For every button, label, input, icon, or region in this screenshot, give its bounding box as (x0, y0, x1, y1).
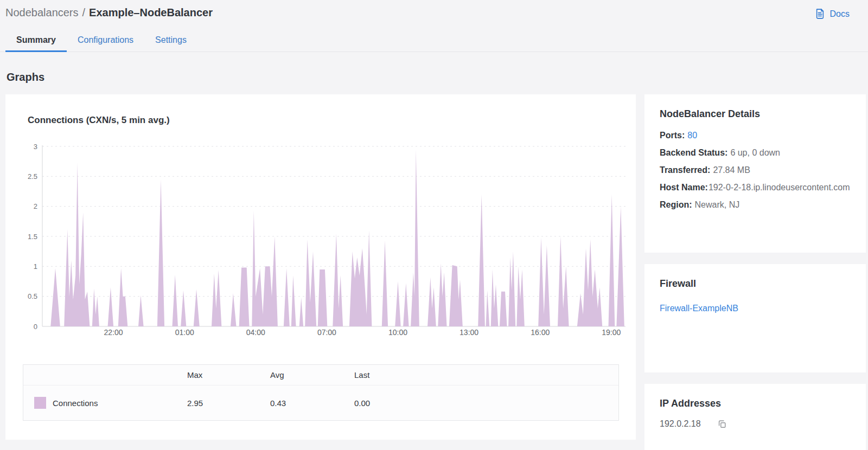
breadcrumb-separator: / (82, 7, 86, 19)
connections-series-swatch (34, 397, 46, 409)
docs-icon (814, 8, 826, 20)
tab-bar: Summary Configurations Settings (0, 28, 868, 52)
legend-header-max: Max (187, 370, 270, 380)
breadcrumb-current: Example–NodeBalancer (89, 7, 213, 19)
svg-text:13:00: 13:00 (459, 328, 478, 337)
breadcrumb-nodebalancers-link[interactable]: Nodebalancers (5, 7, 79, 19)
ip-addresses-panel: IP Addresses 192.0.2.18 (644, 384, 866, 450)
host-name-value: 192-0-2-18.ip.linodeusercontent.com (709, 183, 850, 192)
detail-row-transferred: Transferred:27.84 MB (660, 164, 851, 176)
docs-link[interactable]: Docs (814, 8, 850, 20)
svg-text:0: 0 (34, 323, 37, 331)
chart-title: Connections (CXN/s, 5 min avg.) (28, 115, 636, 126)
svg-text:22:00: 22:00 (104, 328, 123, 337)
legend-value-last: 0.00 (354, 398, 618, 408)
detail-row-region: Region:Newark, NJ (660, 199, 851, 211)
docs-label: Docs (830, 9, 850, 19)
chart-legend-table: Max Avg Last Connections 2.95 0.43 0.00 (23, 364, 619, 421)
detail-row-ports: Ports:80 (660, 130, 851, 142)
nodebalancer-details-panel: NodeBalancer Details Ports:80 Backend St… (644, 94, 866, 253)
svg-text:01:00: 01:00 (175, 328, 194, 337)
legend-header-last: Last (354, 370, 618, 380)
backend-status-value: 6 up, 0 down (730, 148, 780, 157)
firewall-link[interactable]: Firewall-ExampleNB (660, 304, 738, 313)
breadcrumb: Nodebalancers / Example–NodeBalancer (5, 7, 213, 19)
detail-row-backend-status: Backend Status:6 up, 0 down (660, 147, 851, 159)
details-panel-title: NodeBalancer Details (660, 108, 851, 120)
svg-text:16:00: 16:00 (531, 328, 550, 337)
legend-header-row: Max Avg Last (23, 365, 618, 385)
connections-area-chart: 00.511.522.5322:0001:0004:0007:0010:0013… (5, 137, 636, 343)
content-area: Connections (CXN/s, 5 min avg.) 00.511.5… (0, 83, 868, 450)
svg-text:1: 1 (34, 262, 37, 271)
svg-text:0.5: 0.5 (28, 292, 37, 300)
svg-text:10:00: 10:00 (388, 328, 407, 337)
tab-configurations[interactable]: Configurations (67, 28, 144, 52)
ip-address-value: 192.0.2.18 (660, 419, 701, 429)
ip-panel-title: IP Addresses (660, 398, 851, 409)
legend-row-connections: Connections 2.95 0.43 0.00 (23, 385, 618, 420)
page-section-title: Graphs (7, 71, 868, 83)
copy-ip-button[interactable] (717, 419, 727, 429)
ip-address-row: 192.0.2.18 (660, 419, 851, 429)
legend-header-avg: Avg (270, 370, 354, 380)
svg-text:3: 3 (34, 143, 37, 151)
legend-value-max: 2.95 (187, 398, 270, 408)
svg-text:04:00: 04:00 (246, 328, 265, 337)
legend-value-avg: 0.43 (270, 398, 354, 408)
svg-text:2.5: 2.5 (28, 172, 37, 181)
svg-text:1.5: 1.5 (28, 233, 37, 241)
transferred-value: 27.84 MB (713, 165, 750, 175)
legend-series-label: Connections (53, 398, 98, 408)
detail-row-host-name: Host Name:192-0-2-18.ip.linodeuserconten… (660, 182, 851, 194)
tab-settings[interactable]: Settings (144, 28, 197, 52)
details-sidebar: NodeBalancer Details Ports:80 Backend St… (644, 94, 866, 450)
firewall-panel: Firewall Firewall-ExampleNB (644, 264, 866, 372)
svg-text:19:00: 19:00 (602, 328, 621, 337)
region-value: Newark, NJ (695, 200, 740, 209)
svg-text:07:00: 07:00 (317, 328, 336, 337)
copy-icon (717, 422, 727, 430)
firewall-panel-title: Firewall (660, 278, 851, 290)
tab-summary[interactable]: Summary (5, 28, 67, 52)
top-bar: Nodebalancers / Example–NodeBalancer Doc… (0, 0, 868, 20)
connections-chart-card: Connections (CXN/s, 5 min avg.) 00.511.5… (5, 94, 636, 440)
port-80-link[interactable]: 80 (687, 131, 697, 140)
svg-text:2: 2 (34, 202, 37, 210)
